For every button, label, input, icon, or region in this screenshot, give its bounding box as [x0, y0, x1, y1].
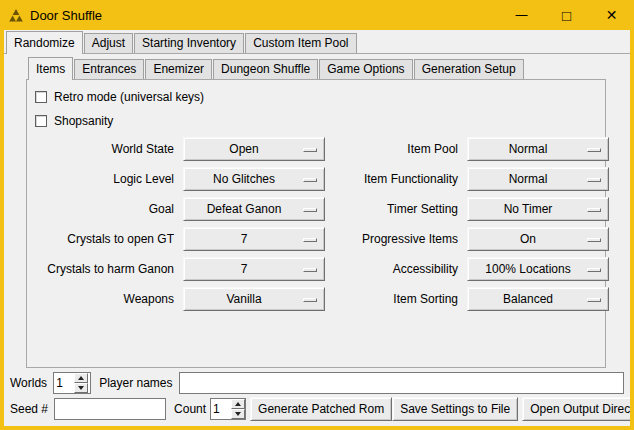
dropdown-indicator-icon [303, 238, 317, 242]
worlds-spinner [53, 372, 91, 394]
shopsanity-checkbox[interactable] [35, 115, 47, 127]
timer-setting-dropdown[interactable]: No Timer [467, 197, 609, 221]
crystals-ganon-label: Crystals to harm Ganon [32, 262, 178, 276]
retro-mode-label: Retro mode (universal keys) [54, 90, 204, 104]
logic-level-dropdown[interactable]: No Glitches [183, 167, 325, 191]
tab-dungeon-shuffle[interactable]: Dungeon Shuffle [213, 59, 318, 79]
app-icon [8, 7, 24, 23]
dropdown-indicator-icon [587, 268, 601, 272]
goal-dropdown[interactable]: Defeat Ganon [183, 197, 325, 221]
item-functionality-dropdown[interactable]: Normal [467, 167, 609, 191]
window-controls: — □ ✕ [499, 0, 634, 30]
player-names-input[interactable] [179, 372, 625, 394]
dropdown-indicator-icon [587, 148, 601, 152]
tab-starting-inventory[interactable]: Starting Inventory [134, 33, 244, 53]
item-pool-label: Item Pool [330, 142, 462, 156]
weapons-label: Weapons [32, 292, 178, 306]
seed-label: Seed # [10, 402, 48, 416]
worlds-row: Worlds Player names [10, 370, 626, 396]
tab-randomize[interactable]: Randomize [6, 31, 83, 54]
tab-enemizer[interactable]: Enemizer [145, 59, 212, 79]
open-output-directory-button[interactable]: Open Output Directory [522, 397, 630, 421]
tab-generation-setup[interactable]: Generation Setup [414, 59, 524, 79]
count-spinner [210, 398, 246, 420]
item-sorting-label: Item Sorting [330, 292, 462, 306]
window: Door Shuffle — □ ✕ Randomize Adjust Star… [0, 0, 634, 430]
tab-adjust[interactable]: Adjust [84, 33, 133, 53]
client-area: Randomize Adjust Starting Inventory Cust… [4, 30, 630, 426]
dropdown-indicator-icon [303, 298, 317, 302]
crystals-gt-label: Crystals to open GT [32, 232, 178, 246]
tab-items[interactable]: Items [28, 57, 73, 80]
dropdown-indicator-icon [587, 298, 601, 302]
crystals-ganon-dropdown[interactable]: 7 [183, 257, 325, 281]
dropdown-indicator-icon [587, 238, 601, 242]
player-names-label: Player names [99, 376, 172, 390]
goal-label: Goal [32, 202, 178, 216]
minimize-button[interactable]: — [499, 0, 544, 30]
dropdown-indicator-icon [303, 148, 317, 152]
titlebar: Door Shuffle — □ ✕ [0, 0, 634, 30]
primary-tabstrip: Randomize Adjust Starting Inventory Cust… [4, 30, 630, 54]
count-input[interactable] [211, 399, 231, 419]
shopsanity-row: Shopsanity [35, 109, 605, 133]
items-tab-panel: Retro mode (universal keys) Shopsanity W… [26, 80, 606, 368]
worlds-spin-down-icon[interactable] [74, 383, 88, 393]
count-label: Count [174, 402, 206, 416]
tab-entrances[interactable]: Entrances [74, 59, 144, 79]
dropdown-indicator-icon [303, 268, 317, 272]
seed-row: Seed # Count Generate Patched Rom Save S… [10, 396, 626, 422]
seed-input[interactable] [54, 398, 166, 420]
logic-level-label: Logic Level [32, 172, 178, 186]
accessibility-dropdown[interactable]: 100% Locations [467, 257, 609, 281]
tab-custom-item-pool[interactable]: Custom Item Pool [245, 33, 356, 53]
bottom-bar: Worlds Player names Seed # Count [4, 364, 630, 426]
count-spin-down-icon[interactable] [231, 409, 245, 419]
shopsanity-label: Shopsanity [54, 114, 113, 128]
progressive-items-label: Progressive Items [330, 232, 462, 246]
dropdown-indicator-icon [587, 208, 601, 212]
retro-mode-checkbox[interactable] [35, 91, 47, 103]
item-pool-dropdown[interactable]: Normal [467, 137, 609, 161]
window-title: Door Shuffle [30, 8, 102, 23]
worlds-spin-up-icon[interactable] [74, 373, 88, 383]
count-spin-up-icon[interactable] [231, 399, 245, 409]
world-state-dropdown[interactable]: Open [183, 137, 325, 161]
options-grid: World State Open Item Pool Normal Logic … [32, 137, 605, 311]
item-functionality-label: Item Functionality [330, 172, 462, 186]
save-settings-button[interactable]: Save Settings to File [392, 397, 518, 421]
dropdown-indicator-icon [587, 178, 601, 182]
progressive-items-dropdown[interactable]: On [467, 227, 609, 251]
weapons-dropdown[interactable]: Vanilla [183, 287, 325, 311]
accessibility-label: Accessibility [330, 262, 462, 276]
maximize-button[interactable]: □ [544, 0, 589, 30]
dropdown-indicator-icon [303, 208, 317, 212]
dropdown-indicator-icon [303, 178, 317, 182]
worlds-label: Worlds [10, 376, 47, 390]
crystals-gt-dropdown[interactable]: 7 [183, 227, 325, 251]
retro-mode-row: Retro mode (universal keys) [35, 85, 605, 109]
generate-patched-rom-button[interactable]: Generate Patched Rom [250, 397, 392, 421]
item-sorting-dropdown[interactable]: Balanced [467, 287, 609, 311]
timer-setting-label: Timer Setting [330, 202, 462, 216]
close-button[interactable]: ✕ [589, 0, 634, 30]
worlds-input[interactable] [54, 373, 74, 393]
secondary-tabstrip: Items Entrances Enemizer Dungeon Shuffle… [26, 58, 606, 80]
tab-game-options[interactable]: Game Options [319, 59, 412, 79]
world-state-label: World State [32, 142, 178, 156]
